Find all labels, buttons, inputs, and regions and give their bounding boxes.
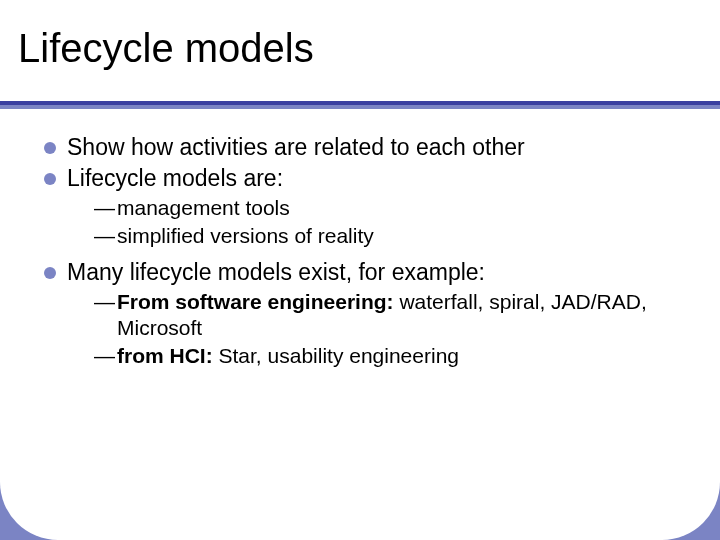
bullet-disc-icon: [44, 173, 56, 185]
em-dash-icon: —: [94, 343, 115, 368]
sub-bullet-item: — from HCI: Star, usability engineering: [94, 343, 680, 369]
sub-bullet-text: from HCI: Star, usability engineering: [117, 343, 680, 369]
sub-bullet-text: simplified versions of reality: [117, 223, 680, 249]
em-dash-icon: —: [94, 223, 115, 248]
bullet-disc-icon: [44, 267, 56, 279]
sub-bullet-list: — management tools — simplified versions…: [94, 195, 680, 248]
sub-bullet-list: — From software engineering: waterfall, …: [94, 289, 680, 368]
title-bar: Lifecycle models: [0, 0, 720, 105]
bullet-text: Show how activities are related to each …: [67, 133, 680, 161]
bullet-disc-icon: [44, 142, 56, 154]
sub-bullet-bold: from HCI:: [117, 344, 213, 367]
content-body: Show how activities are related to each …: [44, 133, 680, 378]
slide-title: Lifecycle models: [18, 26, 314, 71]
sub-bullet-item: — From software engineering: waterfall, …: [94, 289, 680, 340]
bullet-item: Lifecycle models are:: [44, 164, 680, 192]
bullet-item: Show how activities are related to each …: [44, 133, 680, 161]
sub-bullet-text: management tools: [117, 195, 680, 221]
sub-bullet-rest: Star, usability engineering: [213, 344, 459, 367]
sub-bullet-item: — management tools: [94, 195, 680, 221]
sub-bullet-bold: From software engineering:: [117, 290, 394, 313]
em-dash-icon: —: [94, 289, 115, 314]
bullet-item: Many lifecycle models exist, for example…: [44, 258, 680, 286]
em-dash-icon: —: [94, 195, 115, 220]
content-frame: Show how activities are related to each …: [0, 109, 720, 540]
sub-bullet-item: — simplified versions of reality: [94, 223, 680, 249]
bullet-text: Many lifecycle models exist, for example…: [67, 258, 680, 286]
bullet-text: Lifecycle models are:: [67, 164, 680, 192]
sub-bullet-text: From software engineering: waterfall, sp…: [117, 289, 680, 340]
